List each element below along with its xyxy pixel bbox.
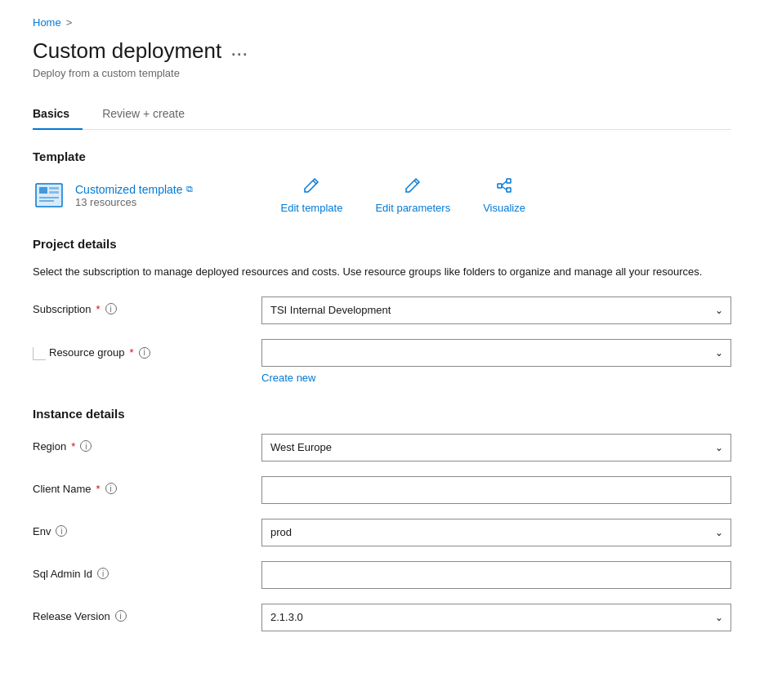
svg-rect-8 [507,179,511,183]
client-name-input[interactable] [261,476,731,504]
edit-template-icon [302,176,320,198]
resource-group-required-marker: * [130,346,134,359]
breadcrumb-home[interactable]: Home [33,16,61,29]
template-card: Customized template ⧉ 13 resources [33,179,193,212]
template-section: Template Customized template ⧉ [33,149,731,214]
client-name-info-icon[interactable]: i [105,483,117,494]
region-info-icon[interactable]: i [80,440,92,452]
env-select-wrapper: prod dev staging ⌄ [261,519,731,546]
svg-line-10 [502,181,507,186]
create-new-link[interactable]: Create new [261,372,315,384]
template-icon [33,179,65,212]
svg-rect-7 [498,184,502,188]
resource-group-info-icon[interactable]: i [139,347,150,359]
project-details-title: Project details [33,237,731,251]
svg-rect-2 [39,187,47,194]
release-version-select[interactable]: 2.1.3.0 2.1.2.0 2.1.1.0 [261,604,731,631]
edit-parameters-button[interactable]: Edit parameters [375,176,450,214]
external-link-icon: ⧉ [186,184,193,194]
subscription-label: Subscription * i [33,296,261,315]
visualize-button[interactable]: Visualize [483,176,525,214]
env-info-icon[interactable]: i [56,525,67,537]
sql-admin-id-control [261,561,731,589]
breadcrumb-separator: > [66,16,73,29]
resource-group-label: Resource group * i [49,346,150,360]
release-version-label: Release Version i [33,604,261,622]
subscription-info-icon[interactable]: i [105,303,117,314]
subscription-row: Subscription * i TSI Internal Developmen… [33,296,731,324]
region-select-wrapper: West Europe East US North Europe ⌄ [261,434,731,461]
template-actions: Edit template Edit parameters [281,176,525,214]
edit-template-label: Edit template [281,202,343,214]
client-name-required-marker: * [96,483,101,495]
env-select[interactable]: prod dev staging [261,519,731,546]
template-info: Customized template ⧉ 13 resources [75,183,193,208]
edit-template-button[interactable]: Edit template [281,176,343,214]
edit-parameters-icon [404,176,422,198]
client-name-row: Client Name * i [33,476,731,504]
more-options-icon[interactable]: ... [231,42,248,60]
resource-group-row: Resource group * i ⌄ Create new [33,339,731,384]
svg-rect-6 [49,191,59,194]
visualize-icon [495,176,513,198]
region-control: West Europe East US North Europe ⌄ [261,434,731,461]
project-details-description: Select the subscription to manage deploy… [33,264,703,280]
resource-group-control: ⌄ Create new [261,339,731,384]
svg-rect-4 [39,200,54,202]
instance-details-title: Instance details [33,407,731,421]
region-row: Region * i West Europe East US North Eur… [33,434,731,461]
subscription-select[interactable]: TSI Internal Development [261,296,731,324]
template-name-link[interactable]: Customized template ⧉ [75,183,193,196]
env-row: Env i prod dev staging ⌄ [33,519,731,546]
region-label: Region * i [33,434,261,453]
breadcrumb: Home > [33,16,731,29]
svg-rect-9 [507,188,511,192]
client-name-label: Client Name * i [33,476,261,495]
sql-admin-id-label: Sql Admin Id i [33,561,261,580]
svg-rect-5 [49,187,59,189]
env-label: Env i [33,519,261,537]
region-required-marker: * [71,440,75,453]
client-name-control [261,476,731,504]
tab-basics[interactable]: Basics [33,99,83,130]
resource-count: 13 resources [75,196,193,208]
project-details-section: Project details Select the subscription … [33,237,731,384]
svg-line-11 [502,186,507,190]
instance-details-section: Instance details Region * i West Europe … [33,407,731,631]
page-subtitle: Deploy from a custom template [33,67,731,79]
subscription-control: TSI Internal Development ⌄ [261,296,731,324]
region-select[interactable]: West Europe East US North Europe [261,434,731,461]
sql-admin-id-row: Sql Admin Id i [33,561,731,589]
sql-admin-id-info-icon[interactable]: i [97,568,109,579]
release-version-row: Release Version i 2.1.3.0 2.1.2.0 2.1.1.… [33,604,731,631]
tab-bar: Basics Review + create [33,99,731,130]
release-version-control: 2.1.3.0 2.1.2.0 2.1.1.0 ⌄ [261,604,731,631]
svg-rect-3 [39,197,59,198]
resource-group-select[interactable] [261,339,731,367]
subscription-select-wrapper: TSI Internal Development ⌄ [261,296,731,324]
release-version-info-icon[interactable]: i [115,610,127,622]
release-version-select-wrapper: 2.1.3.0 2.1.2.0 2.1.1.0 ⌄ [261,604,731,631]
sql-admin-id-input[interactable] [261,561,731,589]
edit-parameters-label: Edit parameters [375,202,450,214]
visualize-label: Visualize [483,202,525,214]
env-control: prod dev staging ⌄ [261,519,731,546]
subscription-required-marker: * [96,303,101,315]
tab-review-create[interactable]: Review + create [102,99,198,130]
page-title: Custom deployment [33,38,221,64]
resource-group-select-wrapper: ⌄ [261,339,731,367]
template-section-title: Template [33,149,731,163]
